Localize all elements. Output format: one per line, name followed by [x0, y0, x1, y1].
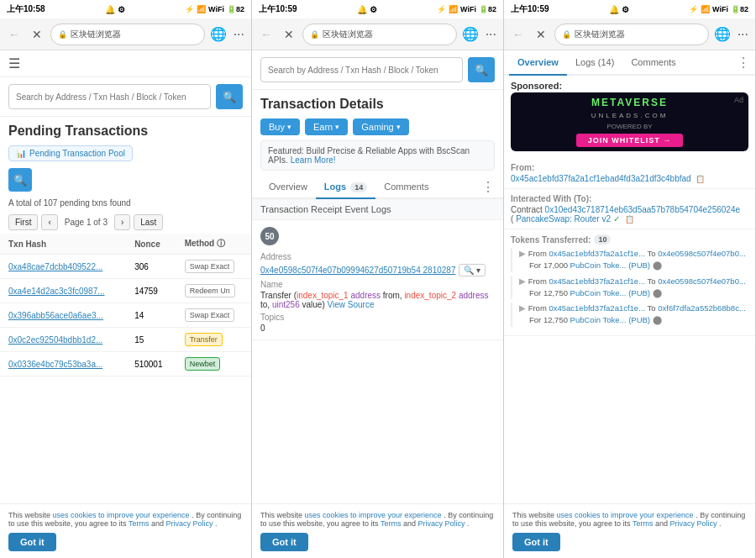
got-it-button-3[interactable]: Got it — [512, 533, 560, 551]
globe-icon-1[interactable]: 🌐 — [210, 26, 227, 42]
close-button-3[interactable]: ✕ — [533, 26, 549, 43]
txn-detail-title: Transaction Details — [252, 90, 503, 115]
buy-button[interactable]: Buy ▾ — [260, 118, 300, 135]
learn-more-link[interactable]: Learn More! — [291, 155, 336, 165]
token-to-addr[interactable]: 0xf6f7dfa2a552b68b8c... — [658, 303, 746, 313]
txn-hash-link[interactable]: 0xa48cae7dcbb409522... — [8, 262, 102, 271]
back-button-2[interactable]: ← — [257, 26, 276, 43]
token-to-addr[interactable]: 0x4e0598c507f4e07b0... — [658, 249, 746, 258]
token-from-addr[interactable]: 0x45ac1ebfd37fa2a1cf1e... — [549, 276, 645, 286]
p3-tab-overview[interactable]: Overview — [509, 50, 567, 76]
ad-banner[interactable]: Ad METAVERSE UNLEADS.COM POWERED BY JOIN… — [511, 92, 748, 151]
tab-logs-2[interactable]: Logs 14 — [316, 176, 375, 199]
globe-icon-3[interactable]: 🌐 — [714, 26, 731, 42]
terms-link-3[interactable]: Terms — [633, 519, 654, 528]
contract-address[interactable]: 0x10ed43c718714eb63d5aa57b78b54704e25602… — [545, 205, 740, 214]
panel-1-pending-transactions: 上午10:58 🔔 ⚙ ⚡ 📶 WiFi 🔋82 ← ✕ 🔒 区块链浏览器 🌐 … — [0, 0, 252, 558]
tab-overview-2[interactable]: Overview — [260, 176, 316, 199]
txn-table: Txn Hash Nonce Method ⓘ 0xa48cae7dcbb409… — [0, 234, 251, 376]
tag-chip-1[interactable]: 📊 Pending Transaction Pool — [8, 145, 133, 161]
p3-tab-comments[interactable]: Comments — [622, 50, 684, 76]
wifi-icon-2: WiFi — [460, 5, 476, 13]
decode-button[interactable]: 🔍 ▾ — [459, 264, 486, 276]
tab-comments-2[interactable]: Comments — [375, 176, 437, 199]
search-button-1[interactable]: 🔍 — [216, 84, 243, 109]
token-name[interactable]: PubCoin Toke... (PUB) — [570, 315, 650, 324]
filter-button[interactable]: 🔍 — [8, 168, 32, 192]
page-title-1: Pending Transactions — [0, 117, 251, 142]
cookie-banner-1: This website uses cookies to improve you… — [0, 503, 251, 558]
nonce-cell: 15 — [126, 328, 176, 352]
cookie-link-1[interactable]: uses cookies to improve your experience — [53, 511, 190, 519]
receipt-header: Transaction Receipt Event Logs — [252, 199, 503, 220]
gaming-button[interactable]: Gaming ▾ — [353, 118, 409, 135]
lock-icon-2: 🔒 — [310, 30, 319, 39]
terms-link-2[interactable]: Terms — [381, 519, 402, 528]
privacy-link-1[interactable]: Privacy Policy — [165, 519, 213, 528]
contract-name: ( — [511, 214, 513, 224]
panel-3-content: Sponsored: Ad METAVERSE UNLEADS.COM POWE… — [504, 76, 755, 503]
from-value: 0x45ac1ebfd37fa2a1cf1ebad4fd3a21df3c4bbf… — [511, 174, 748, 183]
cookie-link-3[interactable]: uses cookies to improve your experience — [557, 511, 694, 519]
tab-menu-icon-2[interactable]: ⋮ — [481, 179, 495, 195]
next-page-button[interactable]: › — [114, 214, 130, 230]
search-input-1[interactable] — [8, 84, 211, 109]
token-from-addr[interactable]: 0x45ac1ebfd37fa2a1cf1e... — [549, 303, 645, 313]
got-it-button-2[interactable]: Got it — [260, 533, 308, 551]
interacted-label: Interacted With (To): — [511, 194, 748, 203]
search-bar-1: 🔍 — [0, 77, 251, 117]
url-bar-1[interactable]: 🔒 区块链浏览器 — [50, 24, 205, 45]
p3-menu-icon[interactable]: ⋮ — [737, 55, 750, 71]
privacy-link-3[interactable]: Privacy Policy — [669, 519, 717, 528]
ad-cta-button[interactable]: JOIN WHITELIST → — [576, 134, 684, 147]
search-input-2[interactable] — [260, 57, 463, 82]
privacy-link-2[interactable]: Privacy Policy — [417, 519, 465, 528]
earn-button[interactable]: Earn ▾ — [305, 118, 348, 135]
close-button-1[interactable]: ✕ — [29, 26, 45, 43]
from-address[interactable]: 0x45ac1ebfd37fa2a1cf1ebad4fd3a21df3c4bbf… — [511, 174, 691, 183]
search-button-2[interactable]: 🔍 — [468, 57, 495, 82]
globe-icon-2[interactable]: 🌐 — [462, 26, 479, 42]
log-address-value[interactable]: 0x4e0598c507f4e07b09994627d50719b54 2810… — [260, 266, 455, 275]
token-to-addr[interactable]: 0x4e0598c507f4e07b0... — [658, 276, 746, 286]
panel-2-transaction-details: 上午10:59 🔔 ⚙ ⚡ 📶 WiFi 🔋82 ← ✕ 🔒 区块链浏览器 🌐 … — [252, 0, 504, 558]
back-button-3[interactable]: ← — [509, 26, 528, 43]
cookie-banner-3: This website uses cookies to improve you… — [504, 503, 755, 558]
menu-dots-3[interactable]: ··· — [736, 27, 750, 42]
last-page-button[interactable]: Last — [134, 214, 163, 230]
copy-contract-icon[interactable]: 📋 — [625, 215, 634, 224]
copy-from-icon[interactable]: 📋 — [696, 175, 705, 183]
status-right-3: ⚡ 📶 WiFi 🔋82 — [689, 5, 748, 13]
got-it-button-1[interactable]: Got it — [8, 533, 56, 551]
lock-icon-3: 🔒 — [562, 30, 571, 39]
view-source-link[interactable]: View Source — [328, 300, 375, 309]
tokens-section: Tokens Transferred: 10 ▶ From 0x45ac1ebf… — [504, 229, 755, 336]
pancakeswap-label: PancakeSwap: Router v2 — [516, 214, 611, 224]
close-button-2[interactable]: ✕ — [281, 26, 297, 43]
txn-hash-link[interactable]: 0xa4e14d2ac3c3fc0987... — [8, 287, 105, 296]
token-name[interactable]: PubCoin Toke... (PUB) — [570, 288, 650, 297]
menu-dots-1[interactable]: ··· — [232, 27, 246, 42]
panel-2-content: 🔍 Transaction Details Buy ▾ Earn ▾ Gamin… — [252, 50, 503, 503]
terms-link-1[interactable]: Terms — [129, 519, 150, 528]
status-icons-2: 🔔 ⚙ — [357, 5, 377, 14]
cookie-link-2[interactable]: uses cookies to improve your experience — [305, 511, 442, 519]
txn-hash-link[interactable]: 0x0336e4bc79c53ba3a... — [8, 360, 102, 369]
token-name[interactable]: PubCoin Toke... (PUB) — [570, 261, 650, 270]
back-button-1[interactable]: ← — [5, 26, 24, 43]
token-from-addr[interactable]: 0x45ac1ebfd37fa2a1cf1e... — [549, 249, 645, 258]
txn-hash-link[interactable]: 0x0c2ec92504bdbb1d2... — [8, 335, 102, 345]
cookie-banner-2: This website uses cookies to improve you… — [252, 503, 503, 558]
status-bar-2: 上午10:59 🔔 ⚙ ⚡ 📶 WiFi 🔋82 — [252, 0, 503, 18]
prev-page-button[interactable]: ‹ — [41, 214, 57, 230]
token-item: ▶ From 0x45ac1ebfd37fa2a1cf1e... To 0x4e… — [511, 248, 748, 272]
wifi-icon-3: WiFi — [712, 5, 728, 13]
p3-tab-logs[interactable]: Logs (14) — [567, 50, 622, 76]
url-bar-3[interactable]: 🔒 区块链浏览器 — [554, 24, 709, 45]
menu-dots-2[interactable]: ··· — [484, 27, 498, 42]
url-bar-2[interactable]: 🔒 区块链浏览器 — [302, 24, 457, 45]
col-method: Method ⓘ — [176, 234, 251, 255]
txn-hash-link[interactable]: 0x396abb56ace0a6ae3... — [8, 311, 103, 320]
hamburger-icon[interactable]: ☰ — [8, 56, 20, 71]
first-page-button[interactable]: First — [8, 214, 38, 230]
